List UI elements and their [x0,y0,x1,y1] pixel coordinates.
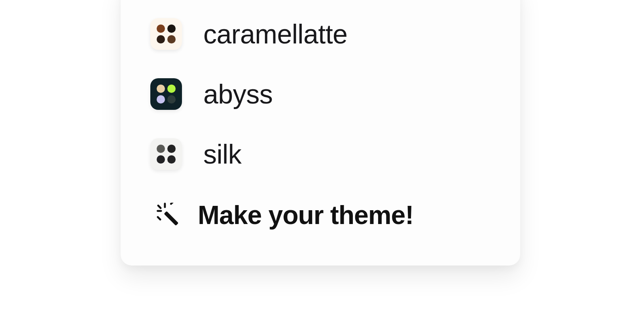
make-your-theme-button[interactable]: Make your theme! [150,184,491,230]
theme-label: caramellatte [203,19,347,49]
svg-rect-1 [164,203,166,208]
svg-rect-0 [164,211,178,226]
svg-rect-3 [157,204,162,209]
theme-swatch-icon [150,78,182,110]
svg-rect-2 [157,210,162,212]
svg-rect-4 [170,203,175,205]
theme-label: silk [203,139,241,170]
theme-dropdown-panel: caramellatte abyss silk M [121,0,520,266]
theme-option-caramellatte[interactable]: caramellatte [150,4,491,64]
svg-rect-5 [157,216,161,221]
theme-option-silk[interactable]: silk [150,124,491,184]
theme-swatch-icon [150,138,182,170]
magic-wand-icon [157,203,181,227]
theme-option-abyss[interactable]: abyss [150,64,491,124]
theme-label: abyss [203,79,273,109]
theme-swatch-icon [150,18,182,50]
cta-label: Make your theme! [198,200,413,230]
